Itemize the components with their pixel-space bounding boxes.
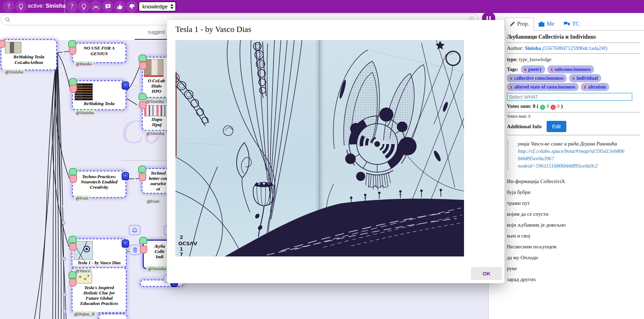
map-node-tesla-1[interactable]: Tesla 1 - by Vasco Dias bbox=[72, 239, 127, 268]
node-title-line: Tesla's Inspired bbox=[72, 285, 126, 290]
lightbulb-icon bbox=[18, 4, 24, 10]
node-link-handle-in[interactable] bbox=[140, 246, 147, 254]
idea-button-2[interactable] bbox=[78, 1, 90, 12]
poem-line: који љубавник је довољно bbox=[507, 222, 640, 228]
select-down-arrow-icon bbox=[170, 7, 173, 9]
map-node-remaking-tesla[interactable]: ReMaking Tesla bbox=[72, 80, 126, 110]
node-link-handle-out[interactable] bbox=[69, 78, 77, 85]
node-link-handle-in[interactable] bbox=[0, 40, 5, 48]
node-link-handle-out[interactable] bbox=[139, 93, 147, 100]
vote-up-icon[interactable]: ↑ bbox=[540, 105, 545, 110]
tag-label: altruism bbox=[588, 84, 606, 90]
tag-label: poetry bbox=[528, 67, 542, 72]
vote-down-button[interactable] bbox=[126, 1, 137, 12]
votes-sum-label: Votes sum: 0 ( bbox=[507, 103, 539, 109]
map-node-remaking-tesla-colaboarthon[interactable]: ReMaking Tesla CoLaboArthon bbox=[1, 39, 57, 70]
app-toolbar: ? active: Sinisha ? knowledge bbox=[0, 0, 644, 13]
remove-tag-icon[interactable]: x bbox=[524, 67, 527, 72]
node-link-handle-out[interactable] bbox=[69, 236, 77, 243]
remove-tag-icon[interactable]: x bbox=[572, 76, 575, 81]
node-thumbnail bbox=[144, 59, 163, 77]
votes-up-count: 0 bbox=[546, 103, 549, 109]
votes-close-paren: ) bbox=[561, 103, 563, 109]
node-thumbnail bbox=[75, 272, 92, 284]
remove-tag-icon[interactable]: x bbox=[584, 84, 586, 90]
collapse-node-button[interactable]: - bbox=[122, 172, 129, 180]
tag-pill[interactable]: xindividual bbox=[569, 74, 601, 82]
map-link[interactable]: nodeid=59611516806bbb895ee0a9c2 bbox=[518, 162, 640, 170]
quote-text: унија Vasco-ве слике и рада Дејана Раков… bbox=[518, 141, 617, 147]
tag-pill[interactable]: xsubconsciousness bbox=[547, 65, 594, 73]
edit-button[interactable]: Edit bbox=[547, 121, 566, 132]
poem-line: њен и свој bbox=[507, 233, 640, 239]
remove-tag-icon[interactable]: x bbox=[510, 84, 513, 90]
remove-tag-icon[interactable]: x bbox=[510, 76, 513, 81]
map-node-no-use-for-a-genius[interactable]: NO USE FOR A GENIUS bbox=[72, 43, 126, 63]
delete-button[interactable] bbox=[129, 245, 141, 255]
node-title: ReMaking Tesla bbox=[73, 101, 125, 106]
tag-pill[interactable]: xcollective consciousness bbox=[507, 74, 567, 82]
properties-panel: Prop. Me TC Љубавници Collectivia и Indi… bbox=[503, 13, 644, 319]
node-link-handle-in[interactable] bbox=[69, 47, 76, 55]
node-link-handle-in[interactable] bbox=[139, 62, 147, 70]
poem-line: Несвесним пољупцем bbox=[507, 243, 640, 250]
node-type-select[interactable]: knowledge bbox=[139, 1, 176, 12]
collapse-node-button[interactable]: - bbox=[122, 240, 129, 248]
bell-icon bbox=[132, 227, 137, 233]
node-thumbnail bbox=[74, 241, 93, 260]
node-link-handle-out[interactable] bbox=[68, 40, 76, 47]
node-link-handle-in[interactable] bbox=[139, 101, 147, 109]
node-link-handle-out[interactable] bbox=[139, 237, 147, 244]
merge-button[interactable] bbox=[90, 1, 102, 12]
active-user-name: Sinisha bbox=[46, 3, 66, 9]
help-button-2[interactable]: ? bbox=[66, 1, 78, 12]
author-link[interactable]: Sinisha bbox=[524, 45, 541, 51]
map-link[interactable]: bbb895ee0a396? bbox=[518, 155, 640, 162]
type-label: type: bbox=[507, 57, 517, 62]
poem-line: којим да се спусти bbox=[507, 211, 640, 217]
thumbs-up-icon bbox=[117, 4, 123, 10]
tags-label: Tags: bbox=[507, 67, 518, 72]
tab-label: Prop. bbox=[517, 21, 529, 27]
node-link-handle-out[interactable] bbox=[139, 54, 147, 62]
tab-me[interactable]: Me bbox=[534, 18, 559, 30]
tab-tc[interactable]: TC bbox=[559, 18, 584, 30]
node-author-badge: @Ivan bbox=[145, 198, 161, 204]
node-link-handle-in[interactable] bbox=[139, 173, 146, 181]
thumbs-down-icon bbox=[129, 4, 135, 10]
vote-up-button[interactable] bbox=[114, 1, 125, 12]
comments-button[interactable] bbox=[102, 1, 114, 12]
ok-button[interactable]: OK bbox=[471, 267, 502, 280]
idea-button[interactable] bbox=[15, 1, 27, 12]
map-link[interactable]: http://cf.colabo.space/beta/#/map/id/595… bbox=[518, 148, 640, 155]
node-link-handle-out[interactable] bbox=[138, 165, 146, 173]
node-author-badge: @Ivan bbox=[74, 195, 90, 201]
poem-line: да му Оплоди bbox=[507, 254, 640, 261]
vote-down-icon[interactable]: ↓ bbox=[550, 105, 556, 110]
node-link-handle-out[interactable] bbox=[69, 271, 77, 279]
node-thumbnail bbox=[5, 42, 21, 53]
node-author-badge: @Sinisha bbox=[74, 110, 96, 115]
map-node-techno-practices[interactable]: Techno-Practices: Neurotech Enabled Crea… bbox=[72, 171, 126, 198]
node-link-handle-in[interactable] bbox=[69, 243, 77, 251]
select-what-input[interactable] bbox=[507, 93, 632, 101]
merge-arrows-icon bbox=[92, 4, 99, 10]
node-link-handle-in[interactable] bbox=[69, 279, 77, 287]
remove-tag-icon[interactable]: x bbox=[550, 67, 553, 72]
notify-button[interactable] bbox=[129, 225, 141, 235]
node-title-line: Creativity bbox=[73, 184, 125, 190]
tag-label: altered state of consciousness bbox=[514, 84, 575, 90]
tag-pill[interactable]: xaltruism bbox=[581, 83, 609, 91]
tag-pill[interactable]: xpoetry bbox=[521, 65, 545, 73]
suggestions-tab[interactable]: suggest bbox=[148, 29, 165, 35]
poem-text: Ин-формација CollectiviA буја бубри траж… bbox=[507, 174, 640, 282]
map-node-partial[interactable] bbox=[98, 314, 127, 319]
node-link-handle-out[interactable] bbox=[69, 168, 77, 175]
collapse-node-button[interactable]: - bbox=[122, 82, 129, 90]
node-link-handle-in[interactable] bbox=[70, 175, 77, 183]
help-button[interactable]: ? bbox=[3, 1, 14, 12]
tab-properties[interactable]: Prop. bbox=[505, 17, 534, 31]
map-node-teslas-inspired-clue[interactable]: Tesla's Inspired Holistic Clue for Futur… bbox=[72, 267, 127, 313]
node-link-handle-in[interactable] bbox=[70, 85, 77, 93]
tag-pill[interactable]: xaltered state of consciousness bbox=[507, 83, 579, 91]
